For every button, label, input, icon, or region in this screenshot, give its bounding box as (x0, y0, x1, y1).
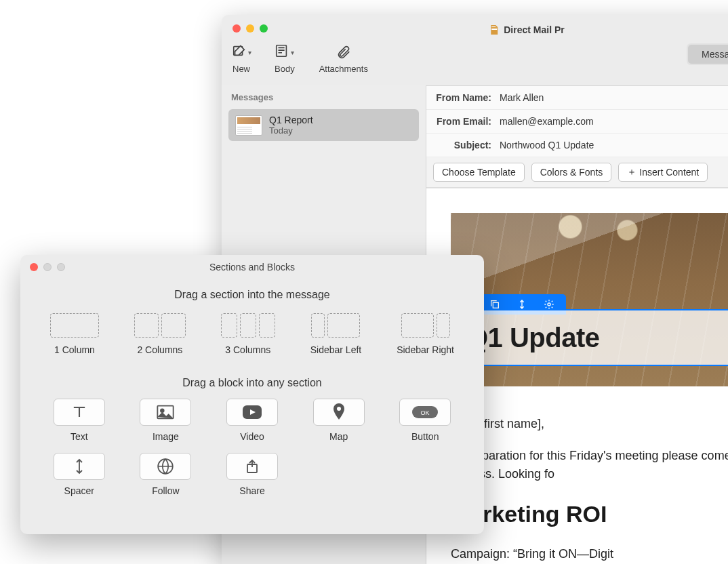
attachments-button[interactable]: Attachments (319, 43, 368, 74)
block-follow[interactable]: Follow (126, 453, 206, 496)
zoom-icon (57, 263, 65, 271)
document-icon (489, 24, 500, 35)
svg-point-8 (161, 409, 164, 412)
from-email-label: From Email: (426, 116, 491, 127)
block-image[interactable]: Image (126, 399, 206, 442)
block-share[interactable]: Share (212, 453, 292, 496)
spacer-icon (54, 453, 105, 480)
block-spacer[interactable]: Spacer (39, 453, 119, 496)
window-traffic-lights (222, 15, 728, 33)
editor-actions: Choose Template Colors & Fonts ＋ Insert … (426, 157, 728, 188)
colors-fonts-button[interactable]: Colors & Fonts (531, 163, 612, 182)
section-heading: Marketing ROI (451, 497, 728, 531)
block-label: Video (240, 431, 264, 442)
block-label: Image (153, 431, 179, 442)
from-name-field[interactable]: Mark Allen (500, 92, 544, 103)
minimize-icon[interactable] (246, 24, 254, 33)
paragraph-1: In preparation for this Friday's meeting… (451, 447, 728, 483)
svg-rect-5 (493, 302, 498, 308)
blocks-subtitle: Drag a block into any section (20, 377, 484, 389)
message-thumbnail-icon (235, 115, 262, 136)
subject-field[interactable]: Northwood Q1 Update (500, 140, 594, 150)
body-button[interactable]: ▾ Body (275, 43, 295, 74)
plus-icon: ＋ (627, 166, 636, 178)
greeting-text: Dear [first name], (451, 415, 728, 433)
block-label: Follow (152, 485, 179, 496)
globe-icon (140, 453, 191, 480)
palette-title: Sections and Blocks (20, 255, 484, 273)
map-pin-icon (313, 399, 365, 426)
chevron-down-icon: ▾ (291, 49, 294, 56)
selected-text-block[interactable]: Q1 Update (451, 309, 728, 366)
insert-content-button[interactable]: ＋ Insert Content (618, 163, 708, 182)
share-icon (226, 453, 278, 480)
block-label: Map (329, 431, 348, 442)
section-sidebar-left[interactable]: Sidebar Left (310, 313, 362, 355)
close-icon[interactable] (30, 263, 38, 271)
svg-point-10 (337, 407, 341, 411)
section-1-column[interactable]: 1 Column (50, 313, 99, 355)
section-label: Sidebar Right (397, 344, 454, 355)
section-label: Sidebar Left (310, 344, 362, 355)
block-button[interactable]: OK Button (385, 399, 465, 442)
email-body-text[interactable]: Dear [first name], In preparation for th… (451, 415, 728, 563)
section-3-columns[interactable]: 3 Columns (221, 313, 275, 355)
block-video[interactable]: Video (212, 399, 292, 442)
layout-icon (275, 43, 289, 61)
section-label: 2 Columns (137, 344, 182, 355)
section-2-columns[interactable]: 2 Columns (134, 313, 186, 355)
palette-window: Sections and Blocks Drag a section into … (20, 255, 484, 534)
block-text[interactable]: Text (39, 399, 119, 442)
block-label: Button (411, 431, 439, 442)
tab-messages[interactable]: Messages (688, 45, 728, 64)
video-icon (226, 399, 278, 426)
paragraph-2: Campaign: “Bring it ON—Digit (451, 545, 728, 563)
block-label: Share (239, 485, 264, 496)
svg-rect-1 (277, 45, 287, 57)
choose-template-button[interactable]: Choose Template (433, 163, 525, 182)
block-label: Spacer (64, 485, 94, 496)
new-label: New (232, 64, 250, 74)
message-list-item[interactable]: Q1 Report Today (228, 109, 419, 141)
paperclip-icon (335, 43, 352, 61)
block-map[interactable]: Map (299, 399, 379, 442)
close-icon[interactable] (232, 24, 241, 33)
toolbar: ▾ New ▾ Body Attachments (232, 43, 368, 74)
sections-row: 1 Column 2 Columns 3 Columns Sidebar Lef… (20, 301, 484, 361)
sidebar-header: Messages (222, 85, 426, 108)
new-button[interactable]: ▾ New (232, 43, 250, 74)
message-text: Q1 Report Today (269, 115, 313, 136)
hero-image-block[interactable]: Q1 Update (451, 213, 728, 386)
insert-content-label: Insert Content (639, 167, 699, 178)
zoom-icon[interactable] (260, 24, 268, 33)
subject-label: Subject: (426, 140, 491, 150)
minimize-icon (43, 263, 52, 271)
chevron-down-icon: ▾ (248, 49, 251, 56)
from-name-label: From Name: (426, 92, 491, 103)
message-title: Q1 Report (269, 115, 313, 125)
hero-heading[interactable]: Q1 Update (467, 323, 600, 353)
blocks-grid: Text Image Video Map OK Button Spacer Fo… (20, 389, 484, 506)
message-date: Today (269, 125, 313, 136)
image-icon (140, 399, 191, 426)
svg-point-6 (548, 303, 550, 306)
section-sidebar-right[interactable]: Sidebar Right (397, 313, 454, 355)
block-label: Text (70, 431, 88, 442)
view-tabs: Messages Addresses (687, 43, 728, 65)
text-icon (54, 399, 105, 426)
email-headers: From Name: Mark Allen From Email: mallen… (426, 86, 728, 188)
attachments-label: Attachments (319, 64, 368, 74)
compose-icon (232, 43, 247, 61)
body-label: Body (275, 64, 295, 74)
section-label: 1 Column (54, 344, 95, 355)
window-title-text: Direct Mail Pr (504, 24, 564, 35)
from-email-field[interactable]: mallen@example.com (500, 116, 594, 127)
window-title: Direct Mail Pr (489, 24, 564, 35)
palette-traffic-lights (30, 263, 65, 271)
svg-text:OK: OK (421, 409, 430, 416)
section-label: 3 Columns (225, 344, 270, 355)
sections-subtitle: Drag a section into the message (20, 289, 484, 301)
button-icon: OK (399, 399, 451, 426)
